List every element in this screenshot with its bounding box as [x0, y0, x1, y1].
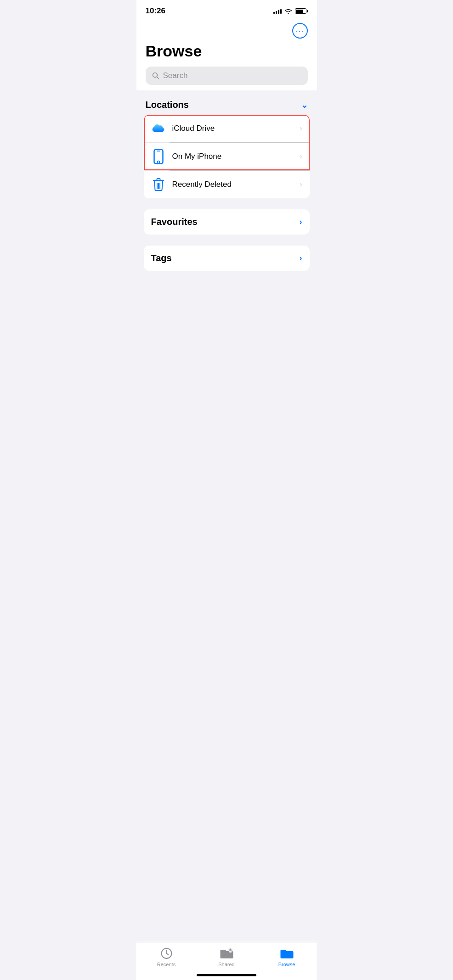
tags-row[interactable]: Tags › — [144, 246, 310, 271]
favourites-section: Favourites › — [144, 209, 310, 235]
trash-icon — [151, 177, 166, 192]
status-icons — [273, 8, 308, 14]
locations-chevron-icon[interactable]: ⌄ — [301, 100, 308, 110]
favourites-title: Favourites — [151, 217, 198, 227]
icloud-drive-label: iCloud Drive — [172, 124, 300, 133]
tags-title: Tags — [151, 253, 172, 263]
page-title: Browse — [146, 42, 308, 60]
on-my-iphone-label: On My iPhone — [172, 152, 300, 161]
svg-point-4 — [157, 161, 159, 163]
locations-list: iCloud Drive › On My iPhone › — [144, 115, 310, 198]
recently-deleted-label: Recently Deleted — [172, 180, 300, 189]
svg-rect-5 — [153, 180, 164, 181]
battery-icon — [295, 8, 308, 14]
svg-rect-2 — [154, 150, 163, 164]
main-content: Locations ⌄ — [136, 90, 317, 291]
locations-title: Locations — [146, 100, 189, 110]
favourites-chevron-icon: › — [300, 217, 302, 227]
on-my-iphone-chevron-icon: › — [300, 152, 302, 161]
iphone-icon — [151, 149, 166, 164]
list-item-icloud-drive[interactable]: iCloud Drive › — [144, 115, 310, 143]
search-icon — [152, 72, 159, 79]
header-area: ··· Browse Search — [136, 17, 317, 90]
list-item-recently-deleted[interactable]: Recently Deleted › — [144, 171, 310, 198]
favourites-row[interactable]: Favourites › — [144, 209, 310, 235]
svg-rect-3 — [157, 151, 160, 151]
more-button[interactable]: ··· — [292, 23, 308, 39]
list-item-on-my-iphone[interactable]: On My iPhone › — [144, 143, 310, 171]
tags-section: Tags › — [144, 246, 310, 271]
locations-section: Locations ⌄ — [144, 100, 310, 198]
tags-chevron-icon: › — [300, 253, 302, 263]
signal-icon — [273, 8, 282, 14]
icloud-drive-chevron-icon: › — [300, 124, 302, 133]
svg-line-1 — [157, 77, 159, 79]
recently-deleted-chevron-icon: › — [300, 180, 302, 189]
status-time: 10:26 — [146, 6, 165, 16]
search-placeholder: Search — [163, 71, 188, 80]
wifi-icon — [284, 8, 292, 14]
locations-header: Locations ⌄ — [144, 100, 310, 115]
status-bar: 10:26 — [136, 0, 317, 17]
search-bar[interactable]: Search — [146, 67, 308, 85]
icloud-icon — [151, 121, 166, 136]
